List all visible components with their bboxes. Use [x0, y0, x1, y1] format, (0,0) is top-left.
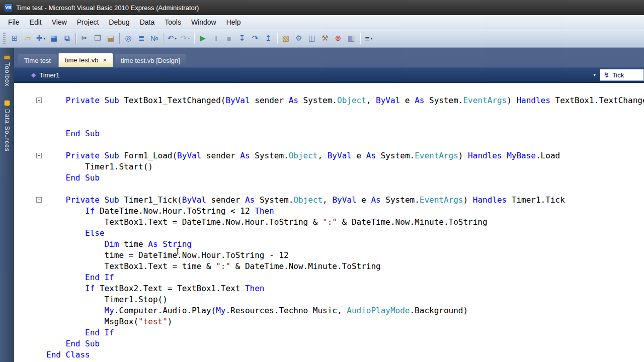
- code-line[interactable]: My.Computer.Audio.Play(My.Resources.Tech…: [14, 305, 644, 316]
- immediate-window-button[interactable]: ▥: [345, 32, 358, 45]
- new-project-button[interactable]: ⊞: [8, 32, 21, 45]
- chevron-down-icon[interactable]: ▾: [43, 36, 45, 41]
- collapse-region-icon[interactable]: [36, 197, 42, 203]
- step-over-button[interactable]: ↷: [249, 32, 262, 45]
- code-token: [158, 239, 163, 249]
- menu-item-window[interactable]: Window: [186, 17, 221, 28]
- code-line[interactable]: [14, 117, 644, 128]
- code-line[interactable]: End Class: [14, 349, 644, 360]
- step-into-button[interactable]: ↧: [235, 32, 249, 45]
- code-line[interactable]: If DateTime.Now.Hour.ToString < 12 Then: [14, 206, 644, 217]
- start-debugging-button[interactable]: ▶: [196, 32, 209, 45]
- redo-button[interactable]: ↷▾: [179, 32, 192, 45]
- line-numbers-button[interactable]: №: [148, 32, 161, 45]
- properties-window-button[interactable]: ⚙: [292, 32, 305, 45]
- toolbar-options-button[interactable]: ≡▾: [362, 32, 375, 45]
- code-line[interactable]: Timer1.Stop(): [14, 294, 644, 305]
- chevron-down-icon[interactable]: ▾: [188, 36, 190, 41]
- comment-selection-button[interactable]: ≣: [135, 32, 148, 45]
- code-line[interactable]: [14, 139, 644, 150]
- code-editor[interactable]: Private Sub TextBox1_TextChanged(ByVal s…: [14, 83, 644, 362]
- code-line[interactable]: If TextBox2.Text = TextBox1.Text Then: [14, 283, 644, 294]
- code-token: Timer1.Tick: [507, 195, 565, 205]
- objects-dropdown-value: Timer1: [39, 71, 59, 79]
- sidebar-tab-toolbox[interactable]: Toolbox: [4, 53, 11, 86]
- break-all-button[interactable]: ‖: [209, 32, 222, 45]
- code-token: System.: [424, 96, 463, 105]
- code-line[interactable]: End If: [14, 327, 644, 338]
- menu-item-help[interactable]: Help: [221, 17, 246, 28]
- paste-button[interactable]: ▤: [104, 32, 117, 45]
- chevron-down-icon[interactable]: ▾: [593, 72, 596, 77]
- properties-window-icon: ⚙: [295, 34, 302, 43]
- stop-debugging-button[interactable]: ■: [222, 32, 235, 45]
- menu-item-tools[interactable]: Tools: [159, 17, 186, 28]
- toolbar-grip[interactable]: [3, 33, 6, 44]
- collapse-region-icon[interactable]: [36, 98, 42, 103]
- step-out-button[interactable]: ↥: [262, 32, 275, 45]
- code-token: e: [352, 151, 366, 160]
- code-line[interactable]: Private Sub Form1_Load(ByVal sender As S…: [14, 150, 644, 161]
- code-line[interactable]: TextBox1.Text = DateTime.Now.Hour.ToStri…: [14, 217, 644, 228]
- sidebar-tab-data-sources[interactable]: Data Sources: [4, 100, 11, 152]
- object-member-icon: ◆: [31, 71, 36, 78]
- code-line[interactable]: End If: [14, 272, 644, 283]
- menu-item-debug[interactable]: Debug: [104, 17, 134, 28]
- code-token: [46, 96, 66, 105]
- code-token: System.: [298, 96, 337, 105]
- objects-dropdown[interactable]: ◆ Timer1 ▾: [14, 67, 600, 82]
- code-token: End If: [85, 273, 114, 282]
- menu-item-project[interactable]: Project: [72, 17, 104, 28]
- code-token: As: [240, 151, 250, 160]
- save-button[interactable]: ▦: [47, 32, 60, 45]
- menu-item-view[interactable]: View: [47, 17, 72, 28]
- code-token: If: [85, 284, 95, 293]
- code-token: End Sub: [66, 173, 100, 183]
- save-all-button[interactable]: ⧉: [60, 32, 73, 45]
- events-dropdown[interactable]: ↯ Tick: [600, 69, 644, 81]
- code-line[interactable]: [14, 184, 644, 195]
- code-token: sender: [250, 96, 289, 105]
- code-token: My: [216, 306, 225, 315]
- code-line[interactable]: Dim time As String: [14, 239, 644, 250]
- code-line[interactable]: Timer1.Start(): [14, 161, 644, 172]
- menu-item-data[interactable]: Data: [135, 17, 160, 28]
- code-line[interactable]: [14, 106, 644, 117]
- code-line[interactable]: MsgBox("test"): [14, 316, 644, 327]
- code-line[interactable]: Private Sub Timer1_Tick(ByVal sender As …: [14, 195, 644, 206]
- collapse-region-icon[interactable]: [36, 153, 42, 158]
- cut-button[interactable]: ✂: [78, 32, 91, 45]
- code-line[interactable]: End Sub: [14, 338, 644, 349]
- add-new-item-button[interactable]: ✚▾: [34, 32, 47, 45]
- toolbox-icon: ⚒: [321, 34, 328, 43]
- code-line[interactable]: Private Sub TextBox1_TextChanged(ByVal s…: [14, 95, 644, 106]
- close-icon[interactable]: ×: [103, 57, 107, 63]
- code-token: ByVal: [332, 195, 356, 205]
- code-line[interactable]: time = DateTime.Now.Hour.ToString - 12: [14, 250, 644, 261]
- error-list-button[interactable]: ⊗: [332, 32, 345, 45]
- code-line[interactable]: TextBox1.Text = time & ":" & DateTime.No…: [14, 261, 644, 272]
- menu-item-file[interactable]: File: [3, 17, 25, 28]
- open-file-icon: ▱: [25, 34, 31, 43]
- document-tab-time-test[interactable]: Time test: [18, 54, 57, 67]
- toolbox-button[interactable]: ⚒: [318, 32, 332, 45]
- open-file-button[interactable]: ▱: [21, 32, 34, 45]
- code-token: [46, 129, 66, 138]
- document-tab-time-test-vb[interactable]: time test.vb×: [58, 53, 113, 67]
- document-tab-time-test-vb-design[interactable]: time test.vb [Design]: [115, 54, 186, 67]
- code-line[interactable]: End Sub: [14, 128, 644, 139]
- chevron-down-icon[interactable]: ▾: [370, 36, 372, 41]
- code-token: String: [163, 239, 192, 249]
- break-all-icon: ‖: [214, 34, 217, 43]
- object-browser-button[interactable]: ◫: [305, 32, 318, 45]
- menu-item-edit[interactable]: Edit: [25, 17, 47, 28]
- code-line[interactable]: End Sub: [14, 172, 644, 184]
- find-in-files-button[interactable]: ◎: [122, 32, 135, 45]
- code-token: Sub: [105, 96, 119, 105]
- code-token: [46, 206, 85, 216]
- copy-button[interactable]: ❐: [91, 32, 104, 45]
- code-line[interactable]: Else: [14, 228, 644, 239]
- solution-explorer-button[interactable]: ▧: [279, 32, 292, 45]
- chevron-down-icon[interactable]: ▾: [175, 36, 177, 41]
- undo-button[interactable]: ↶▾: [166, 32, 179, 45]
